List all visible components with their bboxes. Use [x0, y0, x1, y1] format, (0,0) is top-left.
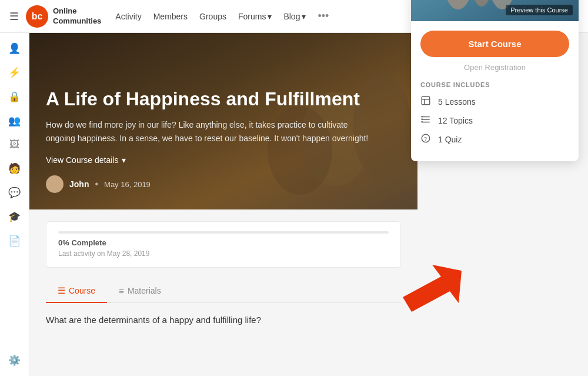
author-avatar — [46, 175, 64, 193]
hero-description: How do we find more joy in our life? Lik… — [46, 118, 375, 145]
progress-card: 0% Complete Last activity on May 28, 201… — [46, 221, 401, 268]
doc-icon[interactable]: 📄 — [8, 235, 21, 247]
settings-icon[interactable]: ⚙️ — [8, 355, 21, 366]
profile-icon[interactable]: 🧑 — [8, 162, 21, 175]
image-icon[interactable]: 🖼 — [9, 139, 19, 151]
svg-marker-28 — [403, 265, 462, 312]
nav-blog[interactable]: Blog ▾ — [283, 12, 306, 21]
course-tabs: ☰ Course ≡ Materials — [46, 279, 401, 303]
course-tab-icon: ☰ — [58, 285, 65, 296]
svg-rect-23 — [422, 119, 423, 120]
svg-text:?: ? — [424, 136, 427, 142]
nav-more-button[interactable]: ••• — [318, 10, 329, 22]
start-course-button[interactable]: Start Course — [420, 31, 569, 57]
brand-name: Online Communities — [53, 6, 101, 26]
tab-materials[interactable]: ≡ Materials — [107, 279, 173, 303]
quiz-icon: ? — [420, 133, 432, 146]
author-row: John • May 16, 2019 — [46, 175, 401, 193]
lessons-item: 5 Lessons — [420, 95, 569, 108]
open-registration[interactable]: Open Registration — [420, 63, 569, 72]
last-activity: Last activity on May 28, 2019 — [58, 249, 389, 258]
section-question: What are the determinants of a happy and… — [46, 315, 401, 325]
main-nav: Activity Members Groups Forums ▾ Blog ▾ … — [115, 10, 452, 22]
preview-label: Preview this Course — [506, 5, 573, 15]
svg-rect-15 — [422, 97, 430, 105]
hamburger-menu[interactable]: ☰ — [9, 10, 19, 23]
left-sidebar: 👤 ⚡ 🔒 👥 🖼 🧑 💬 🎓 📄 ⚙️ — [0, 33, 29, 376]
hero-banner: A Life of Happiness and Fulfillment How … — [29, 33, 417, 209]
lock-icon[interactable]: 🔒 — [8, 91, 21, 103]
group-icon[interactable]: 👥 — [8, 115, 21, 127]
publish-date: May 16, 2019 — [104, 180, 151, 189]
hero-content: A Life of Happiness and Fulfillment How … — [46, 88, 401, 193]
view-course-details[interactable]: View Course details ▾ — [46, 155, 401, 165]
arrow-indicator — [400, 265, 465, 320]
course-includes-title: COURSE INCLUDES — [420, 81, 569, 88]
svg-rect-22 — [422, 116, 423, 117]
svg-rect-24 — [422, 121, 423, 122]
progress-bar-outer — [58, 231, 389, 234]
main-content: A Life of Happiness and Fulfillment How … — [29, 33, 417, 376]
quiz-item: ? 1 Quiz — [420, 133, 569, 146]
course-card: Preview this Course Start Course Open Re… — [411, 0, 579, 161]
materials-tab-icon: ≡ — [119, 286, 124, 296]
nav-members[interactable]: Members — [153, 12, 188, 21]
book-icon — [420, 95, 432, 108]
nav-activity[interactable]: Activity — [115, 12, 141, 21]
course-preview: Preview this Course — [411, 0, 579, 21]
author-name: John — [69, 179, 89, 189]
nav-groups[interactable]: Groups — [199, 12, 226, 21]
chat-icon[interactable]: 💬 — [8, 187, 21, 199]
tab-course[interactable]: ☰ Course — [46, 279, 107, 303]
user-icon[interactable]: 👤 — [8, 42, 21, 55]
right-panel: Preview this Course Start Course Open Re… — [417, 33, 588, 376]
content-area: 0% Complete Last activity on May 28, 201… — [29, 209, 417, 337]
brand-logo[interactable]: bc — [26, 5, 48, 28]
nav-forums[interactable]: Forums ▾ — [238, 12, 272, 21]
hero-title: A Life of Happiness and Fulfillment — [46, 88, 387, 110]
topics-item: 12 Topics — [420, 114, 569, 127]
list-icon — [420, 114, 432, 127]
card-body: Start Course Open Registration COURSE IN… — [411, 21, 579, 161]
activity-icon[interactable]: ⚡ — [8, 66, 21, 79]
grad-icon[interactable]: 🎓 — [8, 211, 21, 223]
progress-label: 0% Complete — [58, 238, 389, 247]
